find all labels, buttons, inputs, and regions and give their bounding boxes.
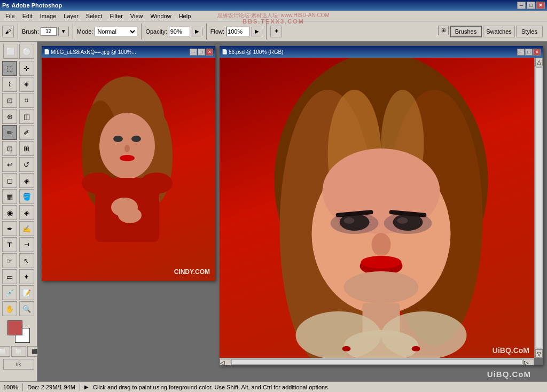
status-bar: 100% Doc: 2.29M/1.94M ▶ Click and drag t… [0, 381, 547, 392]
standard-mode-btn[interactable]: ⬜ [3, 44, 18, 59]
swatches-tab[interactable]: Swatches [483, 26, 515, 37]
styles-tab[interactable]: Styles [516, 26, 543, 37]
doc1-title: MfbG_uLS8iAxNQ==.jpg @ 100%... [51, 49, 190, 55]
svg-point-31 [344, 271, 419, 303]
flow-arrow[interactable]: ▶ [252, 27, 262, 36]
tool-lasso[interactable]: ⌇ [2, 77, 17, 92]
tool-gradient[interactable]: ▦ [2, 189, 17, 204]
color-area: ⬜ ⬜ ⬛ IR [2, 320, 35, 370]
tool-zoom[interactable]: 🔍 [19, 301, 34, 316]
svg-point-30 [361, 256, 402, 269]
tool-history[interactable]: ↩ [2, 157, 17, 172]
tool-direct-select[interactable]: ↖ [19, 253, 34, 268]
scroll-right-btn[interactable]: ▷ [523, 359, 534, 365]
tool-blur[interactable]: ◉ [2, 205, 17, 220]
doc1-canvas: CINDY.COM [42, 58, 215, 281]
minimize-button[interactable]: ─ [517, 2, 526, 9]
doc2-scrollbar-h[interactable]: ◁ ▷ [220, 358, 534, 365]
tool-notes[interactable]: 📝 [19, 285, 34, 300]
menu-help[interactable]: Help [176, 12, 194, 20]
sep1 [18, 23, 18, 40]
fullscreen-menubar-btn[interactable]: ⬜ [11, 346, 26, 357]
jump-imageready-btn[interactable]: IR [3, 359, 34, 370]
tool-pen[interactable]: ✒ [2, 221, 17, 236]
tool-move[interactable]: ✛ [19, 61, 34, 76]
doc1-titlebar[interactable]: 📄 MfbG_uLS8iAxNQ==.jpg @ 100%... ─ □ ✕ [42, 46, 215, 58]
tool-heal[interactable]: ⊕ [2, 109, 17, 124]
scroll-track-v[interactable] [536, 67, 542, 348]
svg-point-37 [412, 346, 420, 351]
brush-preview[interactable]: 12 [41, 27, 57, 36]
tool-brush-icon[interactable]: 🖌 [2, 26, 14, 37]
scroll-left-btn[interactable]: ◁ [220, 359, 230, 365]
tool-hand[interactable]: ✋ [2, 301, 17, 316]
tool-eyedropper[interactable]: 💉 [2, 285, 17, 300]
foreground-color[interactable] [7, 320, 22, 335]
doc1-image: CINDY.COM [42, 58, 215, 281]
scroll-down-btn[interactable]: ▽ [535, 349, 543, 358]
doc1-restore[interactable]: □ [198, 49, 205, 56]
doc2-close[interactable]: ✕ [533, 49, 541, 56]
doc2-canvas: ◁ ▷ △ ▽ UiBQ.CoM [220, 58, 543, 365]
tool-magicwand[interactable]: ✴ [19, 77, 34, 92]
tool-eraser[interactable]: ◻ [2, 173, 17, 188]
mode-select[interactable]: Normal [95, 27, 137, 36]
tool-brush[interactable]: ✏ [2, 125, 17, 140]
tool-custom-shape[interactable]: ✦ [19, 269, 34, 284]
toolbar: 🖌 Brush: 12 ▼ Mode: Normal Opacity: ▶ Fl… [0, 21, 547, 42]
scroll-up-btn[interactable]: △ [535, 58, 543, 66]
tool-crop[interactable]: ⊡ [2, 93, 17, 108]
tool-vertical-type[interactable]: T [19, 237, 34, 252]
doc2-svg [220, 58, 543, 358]
close-button[interactable]: ✕ [536, 2, 545, 9]
doc2-scrollbar-v[interactable]: △ ▽ [534, 58, 543, 358]
flow-label: Flow: [210, 28, 224, 35]
menu-edit[interactable]: Edit [19, 12, 36, 20]
tool-pattern[interactable]: ⊞ [19, 141, 34, 156]
sep5 [266, 23, 267, 40]
opacity-input[interactable] [169, 27, 190, 36]
tool-fill[interactable]: 🪣 [19, 189, 34, 204]
color-swatch-container [7, 320, 30, 343]
tool-marquee[interactable]: ⬚ [2, 61, 17, 76]
doc2-titlebar[interactable]: 📄 86.psd @ 100% (RGB) ─ □ ✕ [220, 46, 543, 58]
tool-freeform-pen[interactable]: ✍ [19, 221, 34, 236]
menu-image[interactable]: Image [37, 12, 60, 20]
svg-point-36 [342, 346, 351, 351]
svg-point-12 [140, 173, 173, 194]
svg-point-11 [82, 173, 114, 194]
doc2-restore[interactable]: □ [525, 49, 533, 56]
brush-dropdown[interactable]: ▼ [58, 27, 69, 36]
tool-type[interactable]: T [2, 237, 17, 252]
scroll-track-h[interactable] [231, 359, 522, 365]
flow-section: Flow: ▶ [210, 27, 262, 36]
tool-art-history[interactable]: ↺ [19, 157, 34, 172]
tool-pencil[interactable]: ✐ [19, 125, 34, 140]
tool-slice[interactable]: ⌗ [19, 93, 34, 108]
doc1-minimize[interactable]: ─ [190, 49, 197, 56]
menu-filter[interactable]: Filter [106, 12, 126, 20]
zoom-level: 100% [3, 384, 18, 390]
airbrush-icon[interactable]: ✦ [270, 26, 282, 37]
standard-screen-btn[interactable]: ⬜ [0, 346, 10, 357]
tool-rectangle[interactable]: ▭ [2, 269, 17, 284]
panel-btn[interactable]: ⊞ [438, 26, 449, 35]
menu-select[interactable]: Select [83, 12, 106, 20]
menu-layer[interactable]: Layer [60, 12, 82, 20]
doc1-close[interactable]: ✕ [206, 49, 213, 56]
menu-file[interactable]: File [2, 12, 18, 20]
restore-button[interactable]: □ [527, 2, 535, 9]
menu-view[interactable]: View [127, 12, 146, 20]
brushes-tab[interactable]: Brushes [450, 26, 482, 37]
canvas-area: 📄 MfbG_uLS8iAxNQ==.jpg @ 100%... ─ □ ✕ [37, 42, 547, 381]
menu-window[interactable]: Window [147, 12, 175, 20]
tool-sharpen[interactable]: ◈ [19, 205, 34, 220]
tool-patch[interactable]: ◫ [19, 109, 34, 124]
quickmask-mode-btn[interactable]: ⚪ [19, 44, 34, 59]
doc2-minimize[interactable]: ─ [517, 49, 525, 56]
tool-path-select[interactable]: ☞ [2, 253, 17, 268]
tool-bg-eraser[interactable]: ◈ [19, 173, 34, 188]
opacity-arrow[interactable]: ▶ [192, 27, 202, 36]
flow-input[interactable] [226, 27, 250, 36]
tool-clone[interactable]: ⊡ [2, 141, 17, 156]
